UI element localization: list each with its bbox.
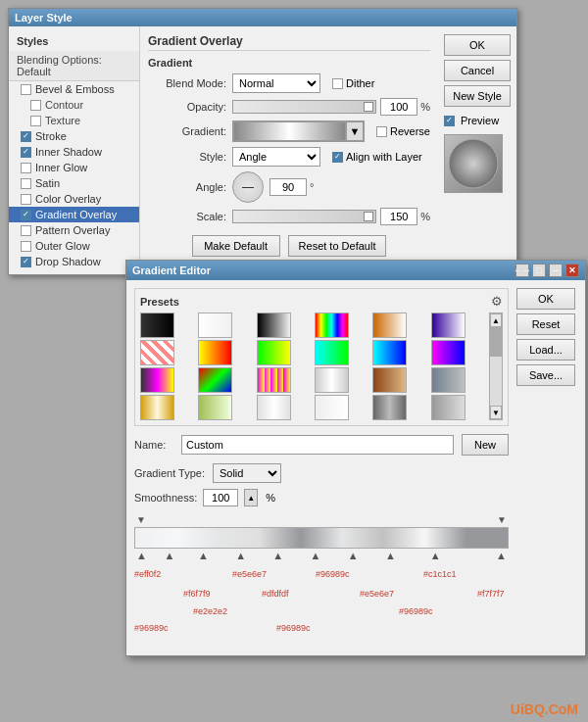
color-ann-4: #dfdfdf: [262, 589, 289, 599]
smoothness-input[interactable]: [203, 489, 238, 506]
preset-swatch-15[interactable]: [257, 367, 291, 393]
bottom-stop-9[interactable]: ▲: [496, 550, 507, 561]
scale-slider[interactable]: [232, 210, 376, 223]
ge-save-button[interactable]: Save...: [516, 364, 575, 386]
sidebar-item-stroke[interactable]: Stroke: [9, 128, 139, 144]
preset-swatch-2[interactable]: [198, 313, 232, 338]
sidebar-item-color-overlay[interactable]: Color Overlay: [9, 191, 139, 207]
smoothness-stepper[interactable]: ▲: [244, 489, 258, 506]
gradient-overlay-checkbox[interactable]: [21, 210, 31, 220]
preview-checkbox[interactable]: [444, 116, 455, 126]
style-select[interactable]: Angle Linear Radial Reflected Diamond: [232, 147, 320, 167]
name-input[interactable]: [181, 435, 454, 455]
preset-swatch-14[interactable]: [198, 367, 232, 393]
ge-ok-button[interactable]: OK: [516, 288, 575, 310]
sidebar-item-gradient-overlay[interactable]: Gradient Overlay: [9, 207, 139, 222]
bottom-stop-3[interactable]: ▲: [235, 550, 246, 561]
sidebar-item-outer-glow[interactable]: Outer Glow: [9, 238, 139, 254]
new-style-button[interactable]: New Style: [444, 85, 511, 107]
preset-swatch-5[interactable]: [372, 313, 407, 338]
preset-swatch-9[interactable]: [257, 340, 291, 365]
preset-swatch-7[interactable]: [140, 340, 174, 365]
bottom-stop-5[interactable]: ▲: [311, 550, 321, 561]
blend-mode-select[interactable]: Normal Multiply Screen Overlay: [232, 73, 320, 93]
texture-checkbox[interactable]: [30, 116, 41, 126]
bottom-stop-2[interactable]: ▲: [198, 550, 209, 561]
ok-button[interactable]: OK: [444, 34, 511, 56]
inner-glow-checkbox[interactable]: [21, 163, 31, 173]
preset-swatch-21[interactable]: [257, 395, 291, 420]
gradient-dropdown-btn[interactable]: ▼: [346, 121, 364, 141]
preset-swatch-1[interactable]: [140, 313, 174, 338]
bevel-emboss-checkbox[interactable]: [21, 84, 31, 95]
align-checkbox[interactable]: [332, 152, 343, 163]
preset-swatch-13[interactable]: [140, 367, 174, 393]
opacity-slider[interactable]: [232, 100, 376, 114]
sidebar-item-pattern-overlay[interactable]: Pattern Overlay: [9, 222, 139, 238]
preset-swatch-17[interactable]: [372, 367, 407, 393]
scroll-thumb[interactable]: [490, 327, 502, 357]
preset-swatch-16[interactable]: [315, 367, 349, 393]
preset-swatch-20[interactable]: [198, 395, 232, 420]
reverse-checkbox[interactable]: [376, 126, 387, 137]
bottom-stop-7[interactable]: ▲: [385, 550, 396, 561]
bottom-stop-1[interactable]: ▲: [165, 550, 175, 561]
sidebar-item-texture[interactable]: Texture: [9, 113, 139, 128]
preset-swatch-24[interactable]: [431, 395, 466, 420]
preset-swatch-18[interactable]: [431, 367, 466, 393]
preview-box: [444, 134, 503, 193]
preset-swatch-10[interactable]: [315, 340, 349, 365]
gradient-type-select[interactable]: Solid Noise: [213, 463, 281, 483]
preset-swatch-3[interactable]: [257, 313, 291, 338]
contour-checkbox[interactable]: [30, 100, 41, 111]
preset-swatch-19[interactable]: [140, 395, 174, 420]
preset-swatch-12[interactable]: [431, 340, 466, 365]
sidebar-item-satin[interactable]: Satin: [9, 175, 139, 191]
titlebar-minimize-btn[interactable]: ─: [549, 264, 563, 277]
preset-swatch-23[interactable]: [372, 395, 407, 420]
gradient-display[interactable]: [134, 527, 509, 549]
sidebar-item-drop-shadow[interactable]: Drop Shadow: [9, 254, 139, 269]
outer-glow-checkbox[interactable]: [21, 241, 31, 252]
angle-input[interactable]: [270, 178, 307, 196]
sidebar-item-inner-glow[interactable]: Inner Glow: [9, 160, 139, 175]
inner-shadow-checkbox[interactable]: [21, 147, 31, 158]
bottom-stop-0[interactable]: ▲: [136, 550, 147, 561]
bottom-stop-8[interactable]: ▲: [430, 550, 441, 561]
scroll-down-arrow[interactable]: ▼: [490, 406, 502, 419]
sidebar-item-bevel-emboss[interactable]: Bevel & Emboss: [9, 81, 139, 97]
gradient-picker[interactable]: ▼: [232, 120, 365, 142]
gear-icon[interactable]: ⚙: [491, 294, 503, 309]
opacity-input[interactable]: [380, 98, 417, 116]
sidebar-item-inner-shadow[interactable]: Inner Shadow: [9, 144, 139, 160]
reverse-row: Reverse: [376, 125, 430, 137]
cancel-button[interactable]: Cancel: [444, 60, 511, 81]
preview-svg: [447, 137, 501, 191]
titlebar-close-btn[interactable]: ✕: [565, 264, 579, 277]
ge-load-button[interactable]: Load...: [516, 339, 575, 361]
section-title: Gradient Overlay: [148, 34, 430, 51]
satin-checkbox[interactable]: [21, 178, 31, 189]
angle-dial[interactable]: [232, 171, 264, 203]
drop-shadow-checkbox[interactable]: [21, 257, 31, 267]
color-overlay-checkbox[interactable]: [21, 194, 31, 205]
scale-input[interactable]: [380, 208, 417, 225]
bottom-stop-6[interactable]: ▲: [348, 550, 359, 561]
preset-swatch-6[interactable]: [431, 313, 466, 338]
bottom-stop-4[interactable]: ▲: [272, 550, 283, 561]
preset-swatch-11[interactable]: [372, 340, 407, 365]
stroke-checkbox[interactable]: [21, 131, 31, 142]
ge-reset-button[interactable]: Reset: [516, 313, 575, 335]
pattern-overlay-checkbox[interactable]: [21, 225, 31, 236]
make-default-button[interactable]: Make Default: [192, 235, 280, 257]
preset-swatch-22[interactable]: [315, 395, 349, 420]
scroll-up-arrow[interactable]: ▲: [490, 313, 502, 327]
titlebar-nav-btn[interactable]: ←→: [515, 264, 529, 277]
new-gradient-button[interactable]: New: [462, 434, 509, 456]
reset-to-default-button[interactable]: Reset to Default: [288, 235, 387, 257]
sidebar-item-contour[interactable]: Contour: [9, 97, 139, 113]
dither-checkbox[interactable]: [332, 78, 343, 89]
preset-swatch-8[interactable]: [198, 340, 232, 365]
titlebar-restore-btn[interactable]: □: [532, 264, 546, 277]
preset-swatch-4[interactable]: [315, 313, 349, 338]
